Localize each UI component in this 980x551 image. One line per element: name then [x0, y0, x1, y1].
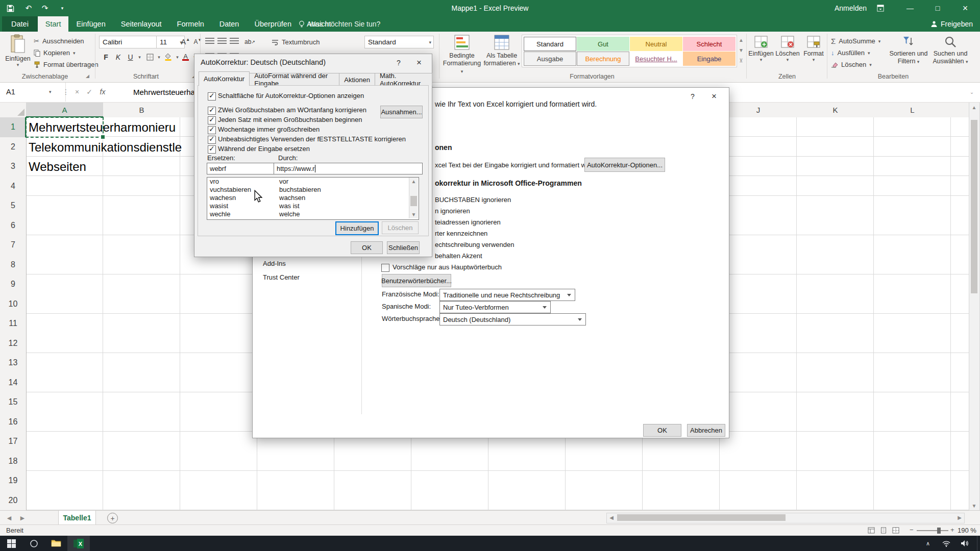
replacement-row[interactable]: wasistwas ist	[207, 202, 419, 210]
format-as-table-button[interactable]: Als Tabelleformatieren ▾	[483, 33, 521, 71]
custom-dictionaries-button[interactable]: Benutzerwörterbücher...	[382, 274, 451, 287]
column-header-J[interactable]: J	[720, 102, 797, 118]
style-chip-besuchter-h-[interactable]: Besuchter H...	[630, 52, 682, 66]
conditional-formatting-button[interactable]: BedingteFormatierung ▾	[442, 33, 482, 71]
orientation-icon[interactable]: ab↗	[244, 36, 256, 47]
italic-button[interactable]: K	[112, 51, 124, 63]
row-header-19[interactable]: 19	[0, 471, 27, 491]
name-box[interactable]: A1 ▾	[0, 82, 66, 102]
column-header-L[interactable]: L	[874, 102, 951, 118]
options-ok-button[interactable]: OK	[643, 424, 681, 437]
ribbon-tab-einfügen[interactable]: Einfügen	[68, 16, 113, 32]
style-chip-berechnung[interactable]: Berechnung	[577, 52, 629, 66]
start-button[interactable]	[0, 536, 22, 551]
ribbon-tab-datei[interactable]: Datei	[2, 16, 38, 32]
cancel-entry-icon[interactable]: ×	[71, 82, 83, 102]
list-scroll-down-icon[interactable]: ▼	[410, 211, 417, 218]
undo-icon[interactable]: ↶	[20, 0, 37, 16]
options-help-icon[interactable]: ?	[685, 89, 700, 104]
scroll-left-icon[interactable]: ◀	[608, 514, 615, 521]
decrease-font-icon[interactable]: A▼	[192, 36, 204, 47]
customize-quick-access-icon[interactable]: ▾	[54, 0, 70, 16]
replacement-row[interactable]: vrovor	[207, 178, 419, 186]
gallery-more-icon[interactable]: ⊻	[737, 56, 745, 64]
redo-icon[interactable]: ↷	[37, 0, 53, 16]
clear-button[interactable]: Löschen ▾	[831, 59, 872, 70]
page-break-view-icon[interactable]	[892, 527, 899, 534]
tray-chevron-up-icon[interactable]: ∧	[919, 536, 937, 551]
options-cancel-button[interactable]: Abbrechen	[687, 424, 725, 437]
autocorrect-close-icon[interactable]: ×	[411, 55, 427, 70]
show-desktop-button[interactable]	[977, 536, 980, 551]
style-chip-standard[interactable]: Standard	[524, 37, 576, 51]
expand-formula-bar-icon[interactable]: ⌄	[967, 82, 977, 102]
style-chip-neutral[interactable]: Neutral	[630, 37, 682, 51]
save-icon[interactable]	[2, 0, 18, 16]
ribbon-tab-daten[interactable]: Daten	[212, 16, 247, 32]
autocorrect-option-checkbox-6[interactable]	[208, 145, 216, 154]
cell-A2[interactable]: Telekommunikationsdienstle	[29, 140, 182, 155]
horizontal-scroll-thumb[interactable]	[617, 514, 786, 521]
delete-cells-button[interactable]: Löschen ▾	[775, 33, 800, 71]
row-header-13[interactable]: 13	[0, 353, 27, 373]
options-sidebar-item-add-ins[interactable]: Add-Ins	[263, 260, 286, 267]
formula-menu-icon[interactable]: ⋮	[61, 82, 70, 102]
with-input[interactable]: https://www.r	[274, 163, 423, 174]
row-header-1[interactable]: 1	[0, 117, 27, 138]
align-top-icon[interactable]	[205, 38, 214, 45]
format-cells-button[interactable]: Format ▾	[801, 33, 826, 71]
excel-taskbar-icon[interactable]: X	[67, 536, 90, 551]
autocorrect-tab-3[interactable]: Aktionen	[339, 73, 375, 86]
options-close-icon[interactable]: ×	[706, 89, 722, 104]
clipboard-dialog-launcher-icon[interactable]: ◢	[86, 73, 89, 79]
insert-cells-button[interactable]: Einfügen ▾	[748, 33, 774, 71]
autosum-button[interactable]: Σ AutoSumme ▾	[831, 36, 880, 46]
row-header-11[interactable]: 11	[0, 314, 27, 334]
mode-select-2[interactable]: Nur Tuteo-Verbformen	[439, 301, 551, 313]
row-header-9[interactable]: 9	[0, 274, 27, 295]
font-family-select[interactable]: Calibri▾	[99, 36, 161, 48]
scroll-right-icon[interactable]: ▶	[956, 514, 963, 521]
row-header-20[interactable]: 20	[0, 491, 27, 511]
signin-link[interactable]: Anmelden	[835, 0, 867, 16]
normal-view-icon[interactable]	[868, 527, 875, 534]
row-header-14[interactable]: 14	[0, 373, 27, 393]
row-header-2[interactable]: 2	[0, 137, 27, 158]
number-format-select[interactable]: Standard▾	[364, 36, 434, 48]
zoom-level[interactable]: 190 %	[958, 527, 976, 534]
ribbon-display-options-icon[interactable]	[870, 0, 891, 16]
row-header-3[interactable]: 3	[0, 157, 27, 177]
align-bottom-icon[interactable]	[230, 38, 239, 45]
fill-handle[interactable]	[101, 135, 105, 139]
zoom-out-icon[interactable]: −	[910, 526, 914, 534]
autocorrect-option-checkbox-4[interactable]	[208, 126, 216, 134]
maximize-button[interactable]: □	[927, 0, 948, 16]
cut-button[interactable]: ✂ Ausschneiden	[34, 36, 84, 46]
autocorrect-tab-1[interactable]: AutoKorrektur	[199, 71, 250, 86]
minimize-button[interactable]: —	[899, 0, 921, 16]
next-sheet-icon[interactable]: ▶	[18, 514, 27, 521]
tell-me-search[interactable]: Was möchten Sie tun?	[298, 16, 380, 32]
style-chip-gut[interactable]: Gut	[577, 37, 629, 51]
ribbon-tab-seitenlayout[interactable]: Seitenlayout	[113, 16, 169, 32]
copy-button[interactable]: Kopieren ▾	[34, 47, 76, 58]
autocorrect-tab-2[interactable]: AutoFormat während der Eingabe	[249, 73, 339, 86]
row-header-15[interactable]: 15	[0, 392, 27, 413]
options-sidebar-item-trust-center[interactable]: Trust Center	[263, 273, 300, 281]
ribbon-tab-formeln[interactable]: Formeln	[169, 16, 212, 32]
style-chip-schlecht[interactable]: Schlecht	[683, 37, 736, 51]
prev-sheet-icon[interactable]: ◀	[5, 514, 13, 521]
row-header-12[interactable]: 12	[0, 334, 27, 354]
replacement-row[interactable]: wechlewelche	[207, 210, 419, 218]
insert-function-icon[interactable]: fx	[96, 82, 109, 102]
row-header-7[interactable]: 7	[0, 235, 27, 256]
mode-select-1[interactable]: Traditionelle und neue Rechtschreibung	[439, 289, 575, 301]
gallery-down-icon[interactable]: ▼	[737, 46, 745, 54]
close-button[interactable]: ×	[954, 0, 976, 16]
search-icon[interactable]	[22, 536, 45, 551]
ribbon-tab-überprüfen[interactable]: Überprüfen	[247, 16, 299, 32]
suggest-main-dictionary-checkbox[interactable]	[381, 264, 389, 272]
row-header-5[interactable]: 5	[0, 196, 27, 216]
replace-input[interactable]: webrf	[207, 163, 275, 174]
ribbon-tab-start[interactable]: Start	[38, 16, 69, 32]
